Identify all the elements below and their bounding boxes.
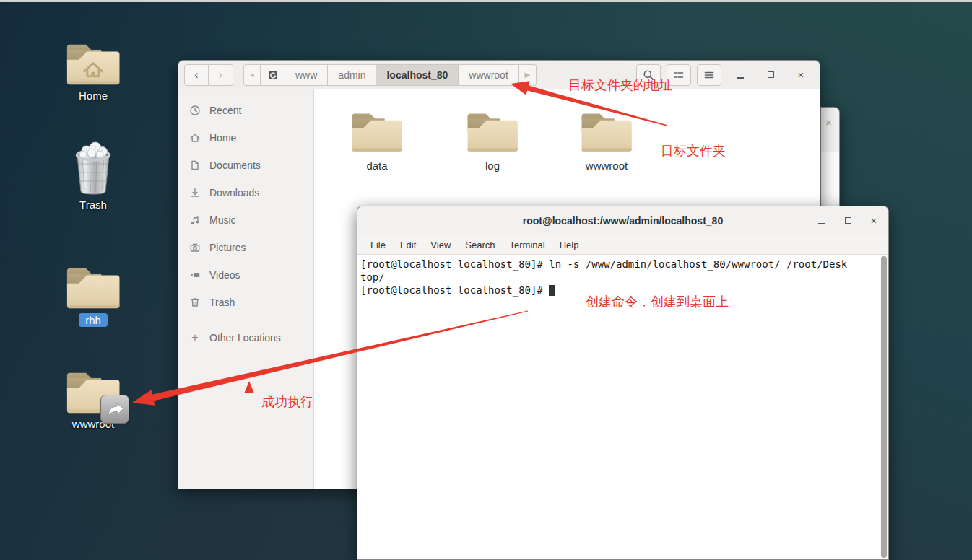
- breadcrumb-wwwroot[interactable]: wwwroot: [459, 64, 518, 86]
- close-icon[interactable]: ×: [825, 116, 832, 128]
- view-toggle-button[interactable]: [667, 64, 691, 86]
- search-icon: [643, 69, 654, 81]
- menu-search[interactable]: Search: [458, 237, 502, 253]
- crumb-scroll-left-icon[interactable]: ◂: [243, 64, 261, 86]
- terminal-titlebar[interactable]: root@localhost:/www/admin/localhost_80 ×: [357, 206, 888, 235]
- document-icon: [189, 159, 201, 171]
- folder-icon: [465, 108, 520, 154]
- sidebar-item-pictures[interactable]: Pictures: [178, 234, 313, 261]
- minimize-icon[interactable]: [816, 215, 828, 227]
- sidebar-item-music[interactable]: Music: [178, 206, 313, 234]
- breadcrumb-admin[interactable]: admin: [328, 64, 376, 86]
- close-icon[interactable]: ×: [868, 215, 880, 227]
- back-button[interactable]: ‹: [184, 64, 209, 86]
- terminal-window: root@localhost:/www/admin/localhost_80 ×…: [357, 206, 889, 560]
- menu-file[interactable]: File: [363, 237, 393, 253]
- terminal-prompt-line: [root@localhost localhost_80]#: [360, 284, 877, 297]
- desktop-label-rhh: rhh: [79, 313, 108, 327]
- desktop-label-home: Home: [79, 89, 108, 102]
- list-view-icon: [673, 69, 685, 81]
- crumb-overflow-icon[interactable]: ▶: [519, 64, 537, 86]
- terminal-output[interactable]: [root@localhost localhost_80]# ln -s /ww…: [357, 255, 888, 559]
- breadcrumb-localhost-80[interactable]: localhost_80: [376, 64, 459, 86]
- hamburger-icon: [703, 69, 715, 81]
- menu-edit[interactable]: Edit: [393, 237, 423, 253]
- sidebar-item-downloads[interactable]: Downloads: [178, 179, 313, 206]
- desktop-icon-wwwroot[interactable]: wwwroot: [47, 359, 139, 430]
- menu-terminal[interactable]: Terminal: [503, 237, 552, 253]
- background-window-header: ×: [821, 108, 839, 152]
- menu-help[interactable]: Help: [552, 237, 586, 253]
- files-sidebar: Recent Home Documents Downloads: [178, 89, 314, 489]
- files-window-controls: ×: [734, 69, 807, 81]
- background-window[interactable]: ×: [820, 107, 840, 213]
- sidebar-item-trash[interactable]: Trash: [178, 289, 313, 316]
- video-icon: [189, 269, 201, 281]
- home-icon: [189, 132, 201, 144]
- recent-icon: [189, 105, 201, 116]
- filesystem-root-icon[interactable]: [261, 64, 285, 86]
- home-folder-icon: [64, 30, 122, 87]
- sidebar-item-videos[interactable]: Videos: [178, 261, 313, 289]
- symlink-emblem-icon: [100, 395, 129, 424]
- files-toolbar: ‹ › ◂ www admin localhost_80 wwwroot ▶: [178, 61, 820, 89]
- desktop-icon-trash[interactable]: Trash: [47, 139, 139, 211]
- scrollbar-thumb[interactable]: [881, 256, 887, 558]
- terminal-line: [root@localhost localhost_80]# ln -s /ww…: [360, 258, 877, 271]
- terminal-line: top/: [360, 271, 877, 284]
- forward-button[interactable]: ›: [209, 64, 233, 86]
- terminal-scrollbar[interactable]: [880, 255, 888, 559]
- camera-icon: [189, 242, 201, 253]
- trash-can-icon: [189, 297, 201, 308]
- breadcrumb-www[interactable]: www: [285, 64, 328, 86]
- sidebar-item-other-locations[interactable]: + Other Locations: [178, 324, 313, 351]
- terminal-cursor: [549, 285, 555, 296]
- path-bar: ◂ www admin localhost_80 wwwroot ▶: [243, 64, 537, 86]
- folder-icon: [64, 254, 122, 310]
- trash-icon: [68, 139, 118, 196]
- search-button[interactable]: [636, 64, 661, 86]
- terminal-title: root@localhost:/www/admin/localhost_80: [357, 215, 888, 227]
- folder-icon: [350, 108, 404, 154]
- maximize-icon[interactable]: [765, 69, 776, 81]
- folder-item-wwwroot[interactable]: wwwroot: [567, 108, 646, 172]
- menu-view[interactable]: View: [423, 237, 458, 253]
- app-menu-button[interactable]: [697, 64, 721, 86]
- terminal-menubar: File Edit View Search Terminal Help: [357, 235, 888, 255]
- download-icon: [189, 187, 201, 198]
- plus-icon: +: [189, 331, 201, 344]
- sidebar-item-home[interactable]: Home: [178, 124, 313, 152]
- sidebar-separator: [178, 320, 313, 320]
- close-icon[interactable]: ×: [795, 69, 807, 81]
- maximize-icon[interactable]: [842, 215, 854, 227]
- folder-item-data[interactable]: data: [337, 108, 417, 172]
- desktop-label-trash: Trash: [79, 198, 107, 211]
- music-icon: [189, 214, 201, 226]
- history-nav: ‹ ›: [184, 64, 233, 86]
- minimize-icon[interactable]: [734, 69, 746, 81]
- folder-icon: [579, 108, 634, 154]
- sidebar-item-recent[interactable]: Recent: [178, 97, 313, 124]
- desktop-icon-rhh[interactable]: rhh: [47, 254, 139, 327]
- screen-top-edge: [0, 0, 972, 2]
- folder-symlink-icon: [64, 359, 122, 415]
- desktop-icon-home[interactable]: Home: [47, 30, 139, 102]
- folder-item-log[interactable]: log: [453, 108, 532, 172]
- sidebar-item-documents[interactable]: Documents: [178, 152, 313, 179]
- terminal-window-controls: ×: [816, 206, 880, 235]
